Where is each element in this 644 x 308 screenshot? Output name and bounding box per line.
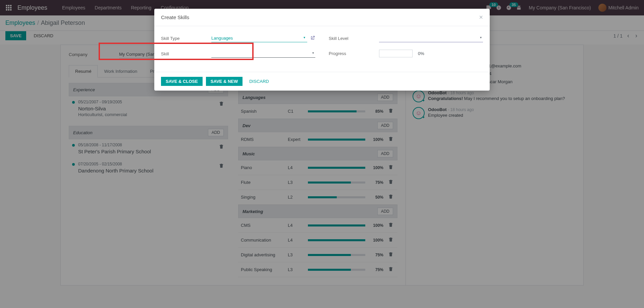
skill-level-label: Skill Level (329, 36, 379, 41)
skill-row: Skill ▾ (161, 50, 315, 58)
skill-label: Skill (161, 51, 211, 56)
progress-label: Progress (329, 51, 379, 56)
save-new-button[interactable]: SAVE & NEW (206, 77, 243, 86)
progress-input[interactable] (379, 50, 413, 57)
close-icon[interactable]: × (479, 13, 483, 21)
modal-discard-button[interactable]: DISCARD (246, 77, 272, 86)
skill-input[interactable] (211, 50, 315, 58)
skill-level-input[interactable] (379, 34, 483, 42)
external-link-icon[interactable] (310, 35, 315, 42)
skill-type-input[interactable] (211, 34, 307, 42)
skill-type-label: Skill Type (161, 36, 211, 41)
progress-pct: 0% (418, 51, 424, 56)
create-skills-modal: Create Skills × Skill Type ▾ Skill ▾ (154, 9, 490, 91)
skill-level-row: Skill Level ▾ (329, 34, 483, 42)
modal-title: Create Skills (161, 14, 189, 20)
progress-row: Progress 0% (329, 50, 483, 57)
skill-type-row: Skill Type ▾ (161, 34, 315, 42)
save-close-button[interactable]: SAVE & CLOSE (161, 77, 203, 86)
